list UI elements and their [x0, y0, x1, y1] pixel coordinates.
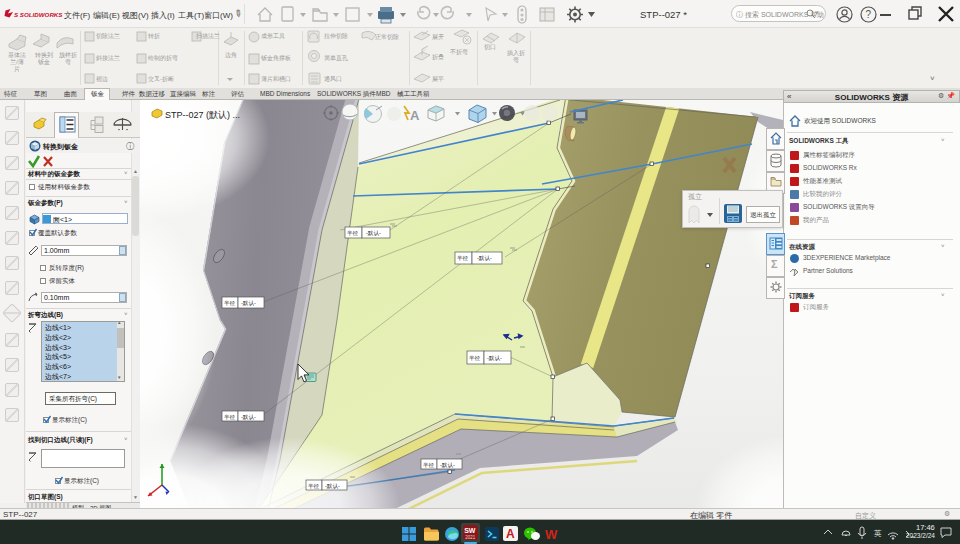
svg-text:STP--027 (默认) ...: STP--027 (默认) ...: [165, 110, 240, 120]
svg-text:?: ?: [866, 9, 872, 20]
svg-text:半径: 半径: [224, 414, 236, 420]
svg-text:SW: SW: [464, 527, 476, 534]
svg-text:2021: 2021: [465, 535, 476, 540]
svg-text:W: W: [545, 527, 558, 541]
svg-text:-默认-: -默认-: [366, 230, 381, 236]
svg-text:-默认-: -默认-: [241, 300, 256, 306]
svg-text:-默认-: -默认-: [241, 414, 256, 420]
svg-text:半径: 半径: [224, 300, 236, 306]
svg-text:半径: 半径: [423, 462, 435, 468]
svg-text:半径: 半径: [469, 355, 481, 361]
svg-text:-默认-: -默认-: [487, 355, 502, 361]
svg-text:半径: 半径: [457, 255, 469, 261]
svg-text:英: 英: [874, 529, 882, 538]
svg-text:S SOLIDWORKS: S SOLIDWORKS: [14, 11, 63, 18]
svg-text:半径: 半径: [308, 483, 320, 489]
svg-text:A: A: [506, 527, 515, 541]
svg-text:半径: 半径: [347, 230, 359, 236]
svg-text:-默认-: -默认-: [325, 483, 340, 489]
svg-text:A: A: [410, 108, 420, 123]
svg-text:-默认-: -默认-: [477, 255, 492, 261]
svg-text:-默认-: -默认-: [440, 462, 455, 468]
